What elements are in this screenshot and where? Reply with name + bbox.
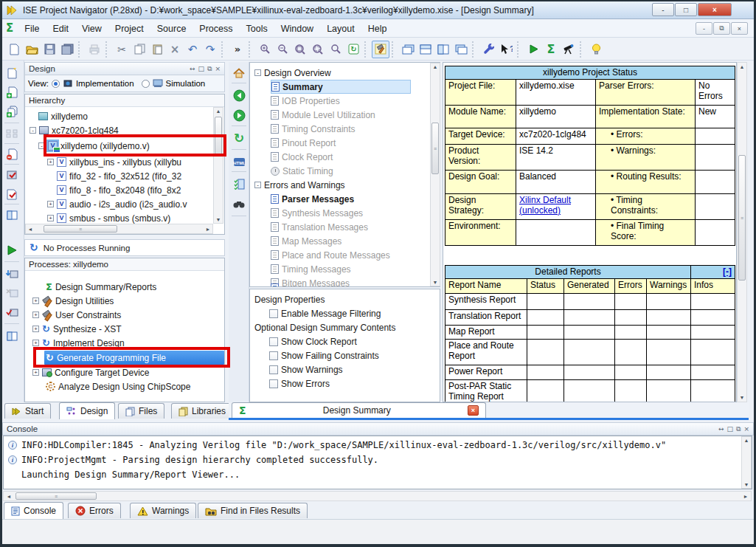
tree-row-audio[interactable]: +Vaudio - i2s_audio (i2s_audio.v bbox=[47, 197, 211, 211]
analyzer-telescope-button[interactable] bbox=[560, 41, 578, 58]
expand-expander[interactable]: + bbox=[32, 340, 39, 346]
tree-section-errors-warnings[interactable]: -Errors and Warnings bbox=[254, 178, 424, 192]
cut-button[interactable]: ✂ bbox=[113, 41, 131, 58]
close-tab-icon[interactable]: × bbox=[468, 405, 479, 416]
expand-expander[interactable]: + bbox=[47, 215, 54, 221]
menu-help[interactable]: Help bbox=[361, 21, 394, 36]
tab-errors[interactable]: Errors bbox=[68, 503, 121, 518]
menu-tools[interactable]: Tools bbox=[240, 21, 274, 36]
save-button[interactable] bbox=[41, 41, 58, 58]
menu-window[interactable]: Window bbox=[274, 21, 320, 36]
new-file-button[interactable] bbox=[5, 41, 23, 58]
rerun-process-icon[interactable] bbox=[3, 266, 21, 282]
tile-horizontal-button[interactable] bbox=[417, 41, 434, 58]
summary-vertical-scrollbar[interactable]: ▲ ≡ ▼ bbox=[737, 62, 747, 402]
design-check-icon[interactable] bbox=[3, 167, 21, 183]
maximize-panel-icon[interactable]: □ bbox=[727, 425, 734, 433]
home-icon[interactable] bbox=[230, 65, 248, 81]
settings-wrench-button[interactable] bbox=[479, 41, 497, 58]
menu-file[interactable]: File bbox=[18, 21, 46, 36]
find-binoculars-icon[interactable] bbox=[230, 196, 248, 213]
menu-project[interactable]: Project bbox=[108, 21, 150, 36]
message-list-icon[interactable] bbox=[230, 176, 248, 192]
instantiation-template-icon[interactable] bbox=[3, 125, 21, 142]
tab-warnings[interactable]: Warnings bbox=[130, 503, 196, 518]
tree-row-iob-properties[interactable]: IOB Properties bbox=[271, 94, 433, 108]
tree-section-design-overview[interactable]: -Design Overview bbox=[254, 66, 424, 80]
collapse-reports-link[interactable]: [-] bbox=[723, 266, 732, 277]
tile-vertical-button[interactable] bbox=[434, 41, 452, 58]
tab-design[interactable]: Design bbox=[59, 402, 115, 419]
implementation-radio[interactable] bbox=[52, 80, 60, 88]
overview-vertical-scrollbar[interactable]: ▲ ≡ ▼ bbox=[430, 63, 440, 286]
process-row-design-utilities[interactable]: +Design Utilities bbox=[32, 294, 223, 308]
tree-row-module-utilization[interactable]: Module Level Utilization bbox=[271, 108, 433, 122]
expand-expander[interactable]: + bbox=[47, 201, 54, 207]
close-panel-icon[interactable]: × bbox=[215, 65, 221, 73]
mdi-close-button[interactable]: × bbox=[731, 22, 748, 35]
zoom-selection-button[interactable] bbox=[309, 41, 327, 58]
add-source-icon[interactable] bbox=[3, 84, 21, 100]
console-vertical-scrollbar[interactable]: ▲ ▼ bbox=[741, 436, 752, 489]
zoom-out-button[interactable] bbox=[274, 41, 291, 58]
enable-message-filtering-checkbox[interactable] bbox=[269, 309, 278, 318]
simulation-radio[interactable] bbox=[142, 80, 150, 88]
collapse-expander[interactable]: - bbox=[30, 127, 36, 134]
tree-row-parser-messages[interactable]: Parser Messages bbox=[271, 192, 433, 206]
float-window-button[interactable] bbox=[452, 41, 470, 58]
tab-files[interactable]: Files bbox=[118, 403, 164, 419]
maximize-panel-icon[interactable]: □ bbox=[198, 65, 205, 73]
restore-button[interactable]: □ bbox=[675, 3, 697, 16]
hierarchy-horizontal-scrollbar[interactable]: ◄ ≡ ► bbox=[25, 224, 213, 234]
tab-start[interactable]: Start bbox=[4, 403, 51, 419]
process-row-chipscope[interactable]: CAnalyze Design Using ChipScope bbox=[46, 379, 223, 393]
tree-row-static-timing[interactable]: Static Timing bbox=[271, 164, 433, 178]
menu-process[interactable]: Process bbox=[193, 21, 239, 36]
float-panel-icon[interactable]: ⧉ bbox=[207, 65, 212, 73]
panel-layout-icon[interactable] bbox=[3, 207, 21, 223]
expand-expander[interactable]: + bbox=[32, 369, 39, 376]
tab-design-summary[interactable]: Σ Design Summary × bbox=[232, 402, 486, 418]
dock-panel-icon[interactable]: ↔ bbox=[718, 425, 724, 433]
process-row-user-constraints[interactable]: +User Constraints bbox=[32, 308, 223, 322]
menu-view[interactable]: View bbox=[75, 21, 108, 36]
process-row-summary[interactable]: ΣDesign Summary/Reports bbox=[46, 280, 223, 294]
show-clock-report-row[interactable]: Show Clock Report bbox=[269, 334, 436, 348]
open-file-button[interactable] bbox=[23, 41, 41, 58]
tab-console[interactable]: Console bbox=[4, 502, 63, 519]
toolbar-overflow-button[interactable]: » bbox=[229, 41, 246, 58]
menu-layout[interactable]: Layout bbox=[320, 21, 361, 36]
edit-constraints-button[interactable] bbox=[372, 41, 389, 58]
collapse-expander[interactable]: - bbox=[254, 69, 261, 76]
new-source-icon[interactable] bbox=[3, 65, 21, 81]
hierarchy-vertical-scrollbar[interactable]: ▲ ≡ ▼ bbox=[213, 107, 223, 224]
undo-button[interactable]: ↶ bbox=[184, 41, 201, 58]
enable-message-filtering-row[interactable]: Enable Message Filtering bbox=[269, 306, 436, 320]
process-layout-icon[interactable] bbox=[3, 328, 21, 344]
save-all-button[interactable] bbox=[58, 41, 76, 58]
console-horizontal-scrollbar[interactable]: ◄ ≡ ► bbox=[3, 491, 752, 501]
tree-row-xillybus[interactable]: +Vxillybus_ins - xillybus (xillybu bbox=[47, 155, 211, 169]
show-failing-constraints-checkbox[interactable] bbox=[269, 351, 278, 360]
html-report-icon[interactable]: HTML bbox=[230, 154, 248, 170]
run-button[interactable] bbox=[524, 41, 542, 58]
tree-row-par-messages[interactable]: Place and Route Messages bbox=[271, 248, 433, 262]
process-row-synthesize[interactable]: +↻Synthesize - XST bbox=[32, 322, 223, 336]
refresh-view-button[interactable]: ↻ bbox=[344, 41, 362, 58]
paste-button[interactable] bbox=[148, 41, 166, 58]
show-errors-checkbox[interactable] bbox=[269, 379, 278, 388]
redo-button[interactable]: ↷ bbox=[201, 41, 219, 58]
tree-row-map-messages[interactable]: Map Messages bbox=[271, 234, 433, 248]
tree-row-timing-constraints[interactable]: Timing Constraints bbox=[271, 122, 433, 136]
remove-source-icon[interactable] bbox=[3, 146, 21, 162]
zoom-full-view-button[interactable] bbox=[291, 41, 309, 58]
expand-expander[interactable]: + bbox=[47, 159, 54, 165]
lightbulb-button[interactable] bbox=[587, 41, 605, 58]
copy-button[interactable] bbox=[131, 41, 148, 58]
design-strategy-link[interactable]: Xilinx Default (unlocked) bbox=[519, 195, 571, 216]
collapse-expander[interactable]: - bbox=[254, 182, 261, 188]
forward-icon[interactable] bbox=[230, 107, 248, 123]
show-errors-row[interactable]: Show Errors bbox=[269, 376, 436, 391]
run-process-icon[interactable] bbox=[3, 242, 21, 258]
menu-source[interactable]: Source bbox=[150, 21, 193, 36]
